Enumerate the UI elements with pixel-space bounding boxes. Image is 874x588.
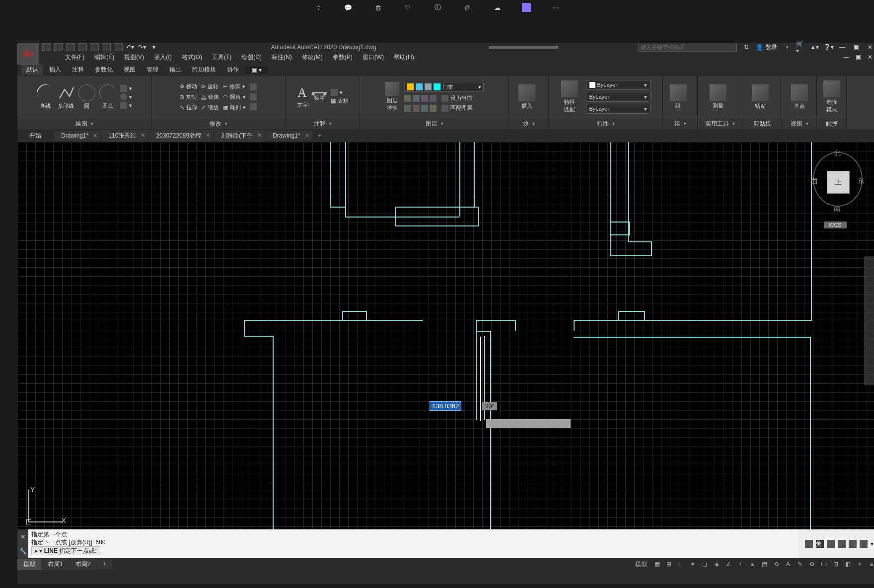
matchprop-button[interactable]: 特性 匹配 [561, 80, 578, 113]
ribtab-param[interactable]: 参数化 [90, 65, 118, 75]
ribtab-featured[interactable]: ▣ ▾ [245, 66, 269, 74]
menu-file[interactable]: 文件(F) [61, 52, 88, 63]
sb-cycle-icon[interactable]: ⟲ [771, 560, 781, 569]
panel-layer-title[interactable]: 图层 [360, 118, 509, 129]
cmd-settings-icon[interactable]: 🔧 [19, 548, 27, 555]
redo-button[interactable]: ↷▾ [138, 43, 146, 51]
sb-grid-icon[interactable]: ▦ [652, 560, 662, 569]
doc-close-button[interactable]: ✕ [866, 53, 874, 61]
move-button[interactable]: ✥移动 [180, 83, 197, 90]
layer-tools-2[interactable] [404, 104, 437, 112]
stretch-button[interactable]: ⤡拉伸 [180, 104, 197, 111]
tab-2030[interactable]: 2030722089潘程✕ [149, 130, 213, 142]
sb-ws-icon[interactable]: ⚙ [807, 560, 817, 569]
tab-liu[interactable]: 刘雅欣(下午✕ [214, 130, 265, 142]
cmd-btn4[interactable] [838, 540, 846, 548]
plot-icon[interactable] [102, 43, 111, 51]
group-button[interactable]: 组 [670, 84, 687, 110]
menu-modify[interactable]: 修改(M) [298, 52, 327, 63]
drag-handle[interactable] [489, 46, 558, 49]
ribtab-annot[interactable]: 注释 [67, 65, 89, 75]
touch-button[interactable]: 选择 模式 [823, 80, 840, 113]
circle-button[interactable]: 圆 [78, 84, 95, 110]
line-button[interactable]: 直线 [37, 84, 54, 110]
matchlayer-button[interactable]: 匹配图层 [441, 104, 472, 112]
scale-button[interactable]: ⤢缩放 [201, 104, 219, 111]
ribtab-manage[interactable]: 管理 [142, 65, 163, 75]
menu-tools[interactable]: 工具(T) [208, 52, 235, 63]
chat-icon[interactable]: 💬 [343, 2, 353, 12]
sb-scale-icon[interactable]: ✎ [795, 560, 805, 569]
sb-anno-icon[interactable]: A [783, 560, 793, 569]
app-icon[interactable] [522, 3, 531, 12]
sb-dyn-icon[interactable]: + [735, 560, 745, 569]
panel-prop-title[interactable]: 特性 [549, 118, 662, 129]
tab-drawing1[interactable]: Drawing1*✕ [54, 131, 100, 141]
cmd-close-icon[interactable]: ✕ [20, 533, 25, 540]
cmd-btn5[interactable] [849, 540, 857, 548]
save-icon[interactable] [66, 43, 75, 51]
info-icon[interactable]: ⓘ [433, 2, 442, 12]
cmd-btn3[interactable] [827, 540, 835, 548]
cmd-btn6[interactable] [860, 540, 868, 548]
new-icon[interactable] [42, 43, 51, 51]
menu-window[interactable]: 窗口(W) [359, 52, 388, 63]
sb-ortho-icon[interactable]: ∟ [676, 560, 686, 569]
app-logo[interactable]: A▾ [17, 43, 39, 65]
cart-icon[interactable]: 🛒▾ [796, 43, 805, 51]
model-tab[interactable]: 模型 [17, 559, 41, 570]
menu-draw[interactable]: 绘图(D) [237, 52, 266, 63]
tab-start[interactable]: 开始 [22, 130, 53, 142]
saveas-icon[interactable] [78, 43, 87, 51]
viewcube-top[interactable]: 上 [827, 171, 850, 194]
sb-snap-icon[interactable]: ⊞ [664, 560, 674, 569]
sb-otrack-icon[interactable]: ∠ [724, 560, 733, 569]
fillet-button[interactable]: ◠圆角▾ [223, 93, 246, 101]
heart-icon[interactable]: ♡ [403, 2, 413, 12]
layerprops-button[interactable]: 图层 特性 [385, 82, 399, 112]
ribtab-addon[interactable]: 附加模块 [187, 65, 221, 75]
sb-3dosnap-icon[interactable]: ◈ [712, 560, 722, 569]
text-button[interactable]: A文字 [297, 85, 308, 109]
arc-button[interactable]: 圆弧 [99, 84, 116, 110]
panel-modify-title[interactable]: 修改 [151, 118, 285, 129]
table-button[interactable]: ▦表格 [331, 97, 349, 105]
sb-trans-icon[interactable]: ▤ [759, 560, 769, 569]
help-icon[interactable]: ❔▾ [824, 43, 833, 51]
command-history[interactable]: 指定第一个点: 指定下一点或 [放弃(U)]: 680 ▸ ▾ LINE 指定下… [28, 529, 798, 558]
setcurrent-button[interactable]: 设为当前 [441, 94, 472, 102]
ellipse-button[interactable]: ▾ [120, 93, 132, 100]
search-input[interactable] [638, 43, 737, 52]
explode-icon[interactable] [250, 93, 257, 100]
menu-view[interactable]: 视图(V) [120, 52, 148, 63]
array-button[interactable]: ▦阵列▾ [223, 104, 246, 111]
sb-polar-icon[interactable]: ✶ [688, 560, 698, 569]
ribtab-view[interactable]: 视图 [119, 65, 141, 75]
login-button[interactable]: 👤登录 [756, 43, 777, 52]
sb-customize-icon[interactable]: ≡ [867, 560, 874, 569]
cmd-dd[interactable]: ▾ [871, 540, 874, 547]
viewcube[interactable]: 上 北 南 东 西 WCS [808, 147, 868, 221]
more-icon[interactable]: ⋯ [551, 2, 561, 12]
panel-block-title[interactable]: 块 [509, 118, 548, 129]
paste-button[interactable]: 粘贴 [752, 84, 769, 110]
print2-icon[interactable] [114, 43, 123, 51]
panel-group-title[interactable]: 组 [663, 118, 697, 129]
autodesk-icon[interactable]: ▲▾ [810, 43, 819, 51]
rotate-button[interactable]: ⟳旋转 [201, 83, 219, 90]
menu-dim[interactable]: 标注(N) [268, 52, 296, 63]
trash-icon[interactable]: 🗑 [373, 2, 383, 12]
sb-lw-icon[interactable]: ≡ [747, 560, 757, 569]
copy-button[interactable]: ⧉复制 [180, 93, 197, 101]
close-icon[interactable]: ✕ [206, 132, 210, 139]
erase-icon[interactable] [250, 83, 257, 90]
sb-iso-icon[interactable]: ◧ [843, 560, 853, 569]
maximize-button[interactable]: ▣ [852, 43, 861, 51]
tab-drawing1b[interactable]: Drawing1*✕ [266, 131, 312, 141]
dynamic-input[interactable] [486, 419, 571, 428]
panel-clip-title[interactable]: 剪贴板 [742, 118, 782, 129]
offset-icon[interactable] [250, 103, 257, 110]
menu-param[interactable]: 参数(P) [329, 52, 357, 63]
print-icon[interactable]: ⎙ [462, 2, 472, 12]
panel-draw-title[interactable]: 绘图 [17, 118, 151, 129]
